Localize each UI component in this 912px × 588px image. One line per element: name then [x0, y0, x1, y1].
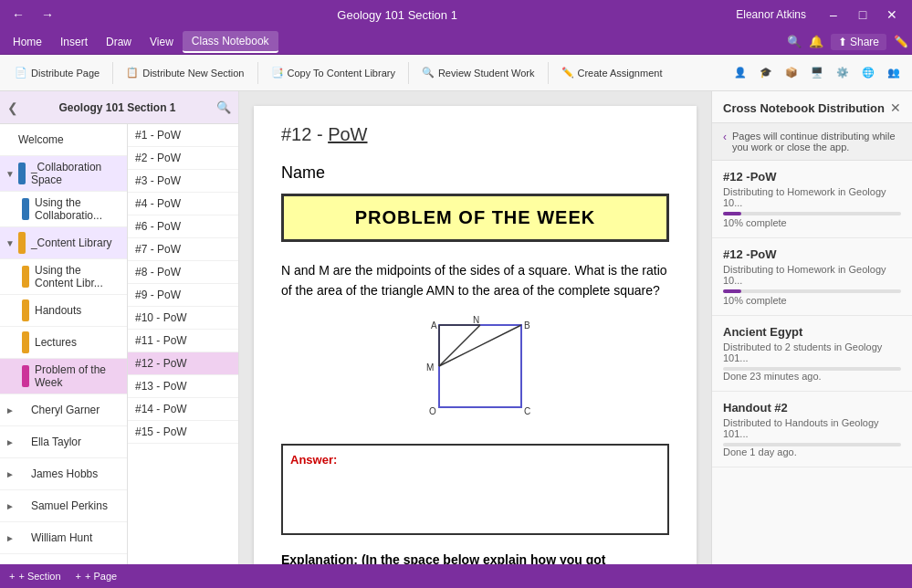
page-item-3[interactable]: #3 - PoW	[128, 170, 238, 193]
page-content: #12 - PoW Name PROBLEM OF THE WEEK N and…	[254, 106, 697, 564]
forward-button[interactable]: →	[37, 5, 58, 24]
dist-item-3-subtitle: Distributed to 2 students in Geology 101…	[723, 341, 901, 363]
expand-content-icon: ▼	[5, 238, 15, 248]
ribbon-right-icons: 👤 🎓 📦 🖥️ ⚙️ 🌐 👥	[729, 63, 905, 82]
sidebar-search-icon[interactable]: 🔍	[216, 100, 231, 114]
review-student-work-button[interactable]: 🔍 Review Student Work	[414, 63, 542, 82]
sidebar-item-samuel-perkins[interactable]: ► Samuel Perkins	[0, 490, 127, 522]
minimize-button[interactable]: –	[821, 5, 846, 25]
bell-icon[interactable]: 🔔	[809, 35, 823, 48]
title-bar-left: ← →	[7, 5, 58, 24]
explanation-text: Explanation: (In the space below explain…	[281, 550, 669, 564]
page-title-underline: PoW	[328, 124, 367, 144]
window-controls: – □ ✕	[821, 5, 905, 25]
content-area[interactable]: #12 - PoW Name PROBLEM OF THE WEEK N and…	[239, 91, 711, 564]
sidebar-item-collaboration-space[interactable]: ▼ _Collaboration Space	[0, 156, 127, 192]
page-item-14[interactable]: #14 - PoW	[128, 398, 238, 421]
sidebar-item-william-hunt[interactable]: ► William Hunt	[0, 522, 127, 554]
sidebar-two-col: Welcome ▼ _Collaboration Space Using the…	[0, 124, 238, 564]
page-item-4[interactable]: #4 - PoW	[128, 193, 238, 215]
dist-item-4-subtitle: Distributed to Handouts in Geology 101..…	[723, 417, 901, 439]
sidebar-item-james-hobbs[interactable]: ► James Hobbs	[0, 458, 127, 490]
ribbon-sep-1	[112, 62, 113, 84]
main-layout: ❮ Geology 101 Section 1 🔍 Welcome ▼ _Col…	[0, 91, 912, 564]
share-button[interactable]: ⬆ Share	[831, 34, 886, 50]
add-page-icon: +	[76, 571, 81, 582]
menu-home[interactable]: Home	[4, 32, 51, 52]
sidebar-item-cheryl-garner[interactable]: ► Cheryl Garner	[0, 394, 127, 426]
create-assignment-button[interactable]: ✏️ Create Assignment	[554, 63, 670, 82]
page-item-2[interactable]: #2 - PoW	[128, 147, 238, 170]
sidebar-item-handouts[interactable]: Handouts	[0, 295, 127, 327]
sidebar-item-using-content-lib[interactable]: Using the Content Libr...	[0, 259, 127, 295]
progress-notice: ‹ Pages will continue distributing while…	[712, 123, 912, 161]
restore-button[interactable]: □	[850, 5, 875, 25]
sidebar-item-using-collaboration[interactable]: Using the Collaboratio...	[0, 192, 127, 227]
ribbon-sep-3	[408, 62, 409, 84]
ribbon-box-icon[interactable]: 📦	[781, 63, 802, 82]
sidebar-right-pages: #1 - PoW #2 - PoW #3 - PoW #4 - PoW #6 -…	[128, 124, 238, 564]
sidebar-collapse-button[interactable]: ❮	[7, 100, 18, 115]
distribute-new-section-button[interactable]: 📋 Distribute New Section	[119, 63, 251, 82]
search-icon[interactable]: 🔍	[787, 35, 802, 48]
dist-item-1: #12 -PoW Distributing to Homework in Geo…	[712, 161, 912, 238]
svg-text:A: A	[431, 320, 437, 331]
ribbon-people-icon[interactable]: 👥	[883, 63, 905, 82]
ribbon-monitor-icon[interactable]: 🖥️	[806, 63, 828, 82]
sidebar: ❮ Geology 101 Section 1 🔍 Welcome ▼ _Col…	[0, 91, 239, 564]
right-panel-close-button[interactable]: ✕	[890, 100, 901, 115]
sidebar-header: ❮ Geology 101 Section 1 🔍	[0, 91, 238, 124]
copy-to-content-library-button[interactable]: 📑 Copy To Content Library	[264, 63, 403, 82]
page-item-15[interactable]: #15 - PoW	[128, 421, 238, 444]
page-item-13[interactable]: #13 - PoW	[128, 375, 238, 398]
page-item-10[interactable]: #10 - PoW	[128, 307, 238, 330]
ribbon-sep-4	[548, 62, 549, 84]
page-item-12[interactable]: #12 - PoW	[128, 352, 238, 375]
pow-text: PROBLEM OF THE WEEK	[295, 207, 655, 228]
dist-item-2: #12 -PoW Distributing to Homework in Geo…	[712, 238, 912, 316]
page-item-1[interactable]: #1 - PoW	[128, 124, 238, 147]
sidebar-item-content-library[interactable]: ▼ _Content Library	[0, 227, 127, 259]
review-icon: 🔍	[422, 67, 435, 79]
add-page-label: + Page	[85, 571, 117, 582]
back-button[interactable]: ←	[7, 5, 29, 24]
menu-view[interactable]: View	[141, 32, 183, 52]
geometry-diagram: A B C O N M	[281, 316, 669, 425]
ribbon-grad-icon[interactable]: 🎓	[755, 63, 777, 82]
answer-box[interactable]: Answer:	[281, 444, 669, 535]
add-section-button[interactable]: + + Section	[9, 571, 61, 582]
sidebar-item-welcome[interactable]: Welcome	[0, 124, 127, 156]
edit-icon[interactable]: ✏️	[894, 35, 908, 48]
distribution-items-list: #12 -PoW Distributing to Homework in Geo…	[712, 161, 912, 564]
distribute-page-button[interactable]: 📄 Distribute Page	[7, 63, 107, 82]
sidebar-item-problem-of-week[interactable]: Problem of the Week	[0, 359, 127, 394]
ribbon-globe-icon[interactable]: 🌐	[857, 63, 879, 82]
add-section-icon: +	[9, 571, 15, 582]
problem-text: N and M are the midpoints of the sides o…	[281, 260, 669, 301]
page-item-9[interactable]: #9 - PoW	[128, 284, 238, 307]
title-bar: ← → Geology 101 Section 1 Eleanor Atkins…	[0, 0, 912, 29]
page-item-11[interactable]: #11 - PoW	[128, 330, 238, 352]
sidebar-item-lectures[interactable]: Lectures	[0, 327, 127, 359]
dist-item-2-progress-bar	[723, 289, 741, 293]
menu-class-notebook[interactable]: Class Notebook	[183, 31, 278, 53]
menu-bar: Home Insert Draw View Class Notebook 🔍 🔔…	[0, 29, 912, 55]
close-button[interactable]: ✕	[879, 5, 905, 25]
ribbon-gear-icon[interactable]: ⚙️	[832, 63, 854, 82]
dist-item-2-progress-bar-wrap	[723, 289, 901, 293]
page-item-7[interactable]: #7 - PoW	[128, 238, 238, 261]
menu-insert[interactable]: Insert	[51, 32, 97, 52]
page-item-6[interactable]: #6 - PoW	[128, 215, 238, 238]
sidebar-item-ella-taylor[interactable]: ► Ella Taylor	[0, 426, 127, 458]
svg-text:B: B	[524, 320, 530, 331]
dist-item-2-title: #12 -PoW	[723, 247, 901, 261]
app-title: Geology 101 Section 1	[337, 8, 457, 22]
expand-ella-icon: ►	[5, 437, 15, 447]
right-panel: Cross Notebook Distribution ✕ ‹ Pages wi…	[711, 91, 912, 564]
sidebar-left-nav: Welcome ▼ _Collaboration Space Using the…	[0, 124, 128, 564]
page-item-8[interactable]: #8 - PoW	[128, 261, 238, 284]
ribbon-user-icon[interactable]: 👤	[729, 63, 751, 82]
add-page-button[interactable]: + + Page	[76, 571, 118, 582]
menu-draw[interactable]: Draw	[97, 32, 141, 52]
expand-william-icon: ►	[5, 533, 15, 543]
